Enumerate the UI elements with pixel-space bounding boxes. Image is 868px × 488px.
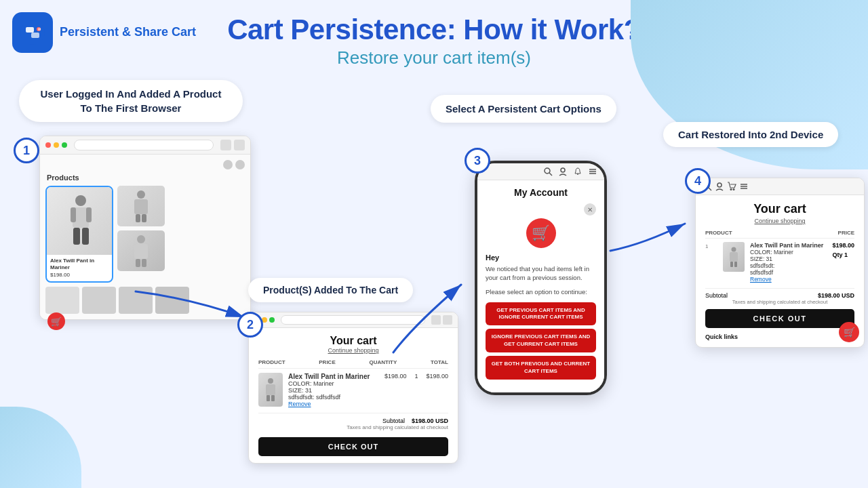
svg-rect-7 <box>71 207 76 222</box>
svg-rect-9 <box>73 228 80 245</box>
svg-rect-39 <box>730 252 738 262</box>
svg-line-24 <box>549 173 552 176</box>
phone-body: My Account ✕ 🛒 Hey We noticed that you h… <box>477 180 604 392</box>
step3-label: Select A Persistent Cart Options <box>431 95 616 123</box>
phone-modal-close: ✕ <box>486 203 596 216</box>
browser-bar <box>40 136 250 155</box>
phone-bell-icon <box>573 167 583 176</box>
svg-point-23 <box>545 168 550 174</box>
cart-mock: Your cart Continue shopping PRODUCT PRIC… <box>248 312 458 464</box>
device-mock: Your cart Continue shopping PRODUCT PRIC… <box>695 178 865 348</box>
logo-icon: ✉ <box>12 12 53 53</box>
svg-point-25 <box>561 168 565 172</box>
icon1 <box>223 160 233 169</box>
svg-rect-2 <box>31 33 39 38</box>
cart-subtotal: Subtotal $198.00 USD <box>258 413 448 424</box>
svg-line-31 <box>709 188 711 190</box>
step4-badge: 4 <box>685 168 711 194</box>
device-cart-float-icon: 🛒 <box>839 322 859 342</box>
thumb1 <box>45 287 79 314</box>
svg-point-5 <box>75 195 86 206</box>
step4-device: Your cart Continue shopping PRODUCT PRIC… <box>695 178 865 348</box>
product-img-main <box>47 187 113 255</box>
browser-top-icons <box>223 160 245 169</box>
step1-label: User Logged In And Added A Product To Th… <box>19 80 243 122</box>
device-item-img <box>723 242 745 272</box>
device-item-num: 1 <box>705 243 717 249</box>
svg-rect-41 <box>734 262 737 267</box>
step1-browser: Products <box>14 136 251 320</box>
svg-rect-1 <box>26 27 34 33</box>
svg-rect-17 <box>136 259 140 267</box>
svg-point-38 <box>732 247 736 252</box>
cart-header-bar <box>249 312 458 328</box>
product-sm-1 <box>117 186 165 226</box>
svg-point-33 <box>730 188 732 190</box>
browser-dot-green <box>62 142 67 148</box>
svg-point-15 <box>137 235 145 243</box>
close-icon[interactable]: ✕ <box>584 203 596 216</box>
phone-cart-icon: 🛒 <box>526 218 556 248</box>
svg-rect-14 <box>142 214 146 222</box>
cart-title: Your cart <box>258 335 448 347</box>
products-header: Products <box>45 174 245 182</box>
phone-select-msg: Please select an option to continue: <box>486 288 596 296</box>
page-subtitle: Restore your cart item(s) <box>337 47 531 68</box>
step4-label: Cart Restored Into 2nd Device <box>663 122 838 147</box>
step2-cart: Your cart Continue shopping PRODUCT PRIC… <box>248 312 458 464</box>
phone-topbar <box>477 163 604 180</box>
cart-subtitle: Continue shopping <box>258 347 448 354</box>
logo-text: Persistent & Share Cart <box>60 25 196 40</box>
device-taxes: Taxes and shipping calculated at checkou… <box>705 299 854 305</box>
device-remove-btn[interactable]: Remove <box>750 276 827 283</box>
cart-url <box>281 315 425 325</box>
product-card-featured: Alex Twill Pant in Mariner $198.00 <box>45 186 113 283</box>
cart-body: Your cart Continue shopping PRODUCT PRIC… <box>249 328 458 463</box>
product-grid: Alex Twill Pant in Mariner $198.00 <box>45 186 245 283</box>
device-subtotal: Subtotal $198.00 USD <box>705 288 854 299</box>
svg-point-34 <box>733 188 735 190</box>
device-checkout-btn[interactable]: CHECK OUT <box>705 309 854 328</box>
product-sm-2 <box>117 230 165 271</box>
cart-item-img <box>258 373 283 407</box>
svg-point-19 <box>268 378 273 384</box>
thumb3 <box>119 287 153 314</box>
step1-badge: 1 <box>14 138 39 163</box>
device-item-price: $198.00 Qty 1 <box>832 242 854 258</box>
thumb2 <box>82 287 116 314</box>
step3-badge: 3 <box>465 148 490 174</box>
phone-mock: My Account ✕ 🛒 Hey We noticed that you h… <box>475 161 607 395</box>
cart-remove-btn[interactable]: Remove <box>288 401 379 407</box>
browser-body: Products <box>40 155 250 319</box>
browser-dot-yellow <box>54 142 59 148</box>
browser-button <box>220 140 231 150</box>
phone-account-title: My Account <box>486 187 596 198</box>
phone-person-icon <box>558 167 568 176</box>
cart-item-total: $198.00 <box>426 373 448 380</box>
product-cards-small <box>117 186 165 283</box>
step1-cart-icon: 🛒 <box>47 312 65 330</box>
svg-point-32 <box>717 183 722 187</box>
phone-btn-3[interactable]: GET BOTH PREVIOUS AND CURRENT CART ITEMS <box>486 356 596 380</box>
product-thumb-row <box>45 287 245 314</box>
phone-btn-1[interactable]: GET PREVIOUS CART ITEMS AND IGNORE CURRE… <box>486 302 596 326</box>
svg-rect-21 <box>267 395 270 401</box>
cart-item-qty: 1 <box>412 373 420 380</box>
browser-dot-red <box>45 142 51 148</box>
device-cart-sub: Continue shopping <box>705 218 854 224</box>
icon2 <box>235 160 245 169</box>
cart-checkout-btn[interactable]: CHECK OUT <box>258 437 448 456</box>
step2-label: Product(S) Added To The Cart <box>248 278 413 302</box>
step2-badge: 2 <box>237 312 263 338</box>
device-quick-links: Quick links <box>705 333 854 340</box>
device-body: Your cart Continue shopping PRODUCT PRIC… <box>696 195 864 347</box>
phone-menu-icon <box>588 167 597 176</box>
cart-item-details: Alex Twill Pant in Mariner COLOR: Marine… <box>288 373 379 407</box>
device-qty-label: Qty 1 <box>832 251 854 258</box>
page-wrapper: ✉ Persistent & Share Cart Cart Persisten… <box>0 0 868 488</box>
device-item-row: 1 Alex Twill Pant in Mariner COLOR: Mari… <box>705 242 854 283</box>
browser-url-bar <box>74 140 214 150</box>
phone-btn-2[interactable]: IGNORE PREVIOUS CART ITEMS AND GET CURRE… <box>486 329 596 352</box>
phone-search-icon <box>543 167 553 176</box>
browser-button2 <box>234 140 245 150</box>
